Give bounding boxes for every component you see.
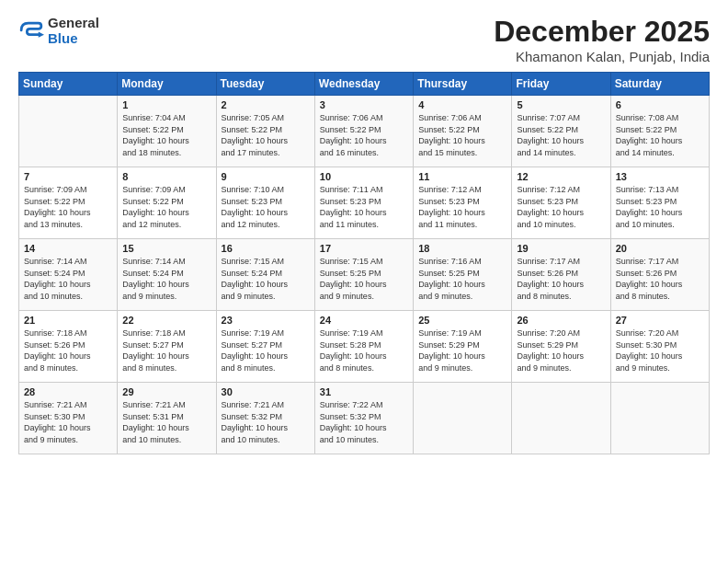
day-info: Sunrise: 7:12 AMSunset: 5:23 PMDaylight:… [418,184,506,230]
day-number: 15 [122,243,210,254]
cell-w1-d5: 12Sunrise: 7:12 AMSunset: 5:23 PMDayligh… [512,167,610,239]
day-info: Sunrise: 7:06 AMSunset: 5:22 PMDaylight:… [418,112,506,158]
day-number: 27 [616,315,704,326]
main-title: December 2025 [494,15,710,49]
day-info: Sunrise: 7:14 AMSunset: 5:24 PMDaylight:… [24,256,112,302]
day-number: 30 [222,386,310,397]
cell-w3-d4: 25Sunrise: 7:19 AMSunset: 5:29 PMDayligh… [414,311,512,383]
day-info: Sunrise: 7:21 AMSunset: 5:31 PMDaylight:… [122,399,210,445]
day-number: 5 [517,99,605,110]
header-row: Sunday Monday Tuesday Wednesday Thursday… [19,73,710,96]
day-info: Sunrise: 7:20 AMSunset: 5:29 PMDaylight:… [517,327,605,373]
cell-w2-d3: 17Sunrise: 7:15 AMSunset: 5:25 PMDayligh… [314,239,413,311]
cell-w3-d0: 21Sunrise: 7:18 AMSunset: 5:26 PMDayligh… [19,311,118,383]
cell-w0-d0 [19,96,118,167]
day-info: Sunrise: 7:15 AMSunset: 5:24 PMDaylight:… [222,256,310,302]
cell-w3-d3: 24Sunrise: 7:19 AMSunset: 5:28 PMDayligh… [314,311,413,383]
cell-w3-d2: 23Sunrise: 7:19 AMSunset: 5:27 PMDayligh… [216,311,314,383]
day-info: Sunrise: 7:16 AMSunset: 5:25 PMDaylight:… [418,256,506,302]
cell-w2-d4: 18Sunrise: 7:16 AMSunset: 5:25 PMDayligh… [414,239,512,311]
day-number: 28 [24,386,112,397]
day-number: 21 [24,315,112,326]
calendar-table: Sunday Monday Tuesday Wednesday Thursday… [18,72,710,454]
day-number: 12 [517,171,605,182]
subtitle: Khamanon Kalan, Punjab, India [494,49,710,64]
day-number: 25 [418,315,506,326]
day-number: 18 [418,243,506,254]
cell-w1-d6: 13Sunrise: 7:13 AMSunset: 5:23 PMDayligh… [610,167,709,239]
day-info: Sunrise: 7:09 AMSunset: 5:22 PMDaylight:… [24,184,112,230]
day-info: Sunrise: 7:19 AMSunset: 5:27 PMDaylight:… [222,327,310,373]
day-number: 22 [122,315,210,326]
week-row-0: 1Sunrise: 7:04 AMSunset: 5:22 PMDaylight… [19,96,710,167]
day-number: 19 [517,243,605,254]
day-number: 16 [222,243,310,254]
day-number: 26 [517,315,605,326]
day-info: Sunrise: 7:14 AMSunset: 5:24 PMDaylight:… [122,256,210,302]
cell-w1-d2: 9Sunrise: 7:10 AMSunset: 5:23 PMDaylight… [216,167,314,239]
week-row-1: 7Sunrise: 7:09 AMSunset: 5:22 PMDaylight… [19,167,710,239]
cell-w4-d3: 31Sunrise: 7:22 AMSunset: 5:32 PMDayligh… [314,383,413,454]
day-info: Sunrise: 7:10 AMSunset: 5:23 PMDaylight:… [222,184,310,230]
day-number: 2 [222,99,310,110]
cell-w2-d6: 20Sunrise: 7:17 AMSunset: 5:26 PMDayligh… [610,239,709,311]
col-wednesday: Wednesday [314,73,413,96]
day-info: Sunrise: 7:19 AMSunset: 5:28 PMDaylight:… [320,327,408,373]
cell-w0-d1: 1Sunrise: 7:04 AMSunset: 5:22 PMDaylight… [118,96,216,167]
day-number: 1 [122,99,210,110]
day-number: 24 [320,315,408,326]
day-info: Sunrise: 7:09 AMSunset: 5:22 PMDaylight:… [122,184,210,230]
calendar-header: Sunday Monday Tuesday Wednesday Thursday… [19,73,710,96]
logo-text: General Blue [48,15,99,46]
cell-w1-d3: 10Sunrise: 7:11 AMSunset: 5:23 PMDayligh… [314,167,413,239]
day-info: Sunrise: 7:18 AMSunset: 5:27 PMDaylight:… [122,327,210,373]
cell-w2-d0: 14Sunrise: 7:14 AMSunset: 5:24 PMDayligh… [19,239,118,311]
day-number: 14 [24,243,112,254]
day-number: 17 [320,243,408,254]
day-number: 7 [24,171,112,182]
day-info: Sunrise: 7:13 AMSunset: 5:23 PMDaylight:… [616,184,704,230]
cell-w2-d2: 16Sunrise: 7:15 AMSunset: 5:24 PMDayligh… [216,239,314,311]
col-thursday: Thursday [414,73,512,96]
calendar-body: 1Sunrise: 7:04 AMSunset: 5:22 PMDaylight… [19,96,710,454]
cell-w0-d2: 2Sunrise: 7:05 AMSunset: 5:22 PMDaylight… [216,96,314,167]
week-row-3: 21Sunrise: 7:18 AMSunset: 5:26 PMDayligh… [19,311,710,383]
cell-w1-d4: 11Sunrise: 7:12 AMSunset: 5:23 PMDayligh… [414,167,512,239]
day-number: 9 [222,171,310,182]
week-row-4: 28Sunrise: 7:21 AMSunset: 5:30 PMDayligh… [19,383,710,454]
day-info: Sunrise: 7:07 AMSunset: 5:22 PMDaylight:… [517,112,605,158]
day-info: Sunrise: 7:08 AMSunset: 5:22 PMDaylight:… [616,112,704,158]
day-info: Sunrise: 7:04 AMSunset: 5:22 PMDaylight:… [122,112,210,158]
cell-w4-d0: 28Sunrise: 7:21 AMSunset: 5:30 PMDayligh… [19,383,118,454]
day-number: 23 [222,315,310,326]
day-info: Sunrise: 7:17 AMSunset: 5:26 PMDaylight:… [517,256,605,302]
logo-icon [18,17,44,43]
day-info: Sunrise: 7:21 AMSunset: 5:32 PMDaylight:… [222,399,310,445]
day-number: 20 [616,243,704,254]
col-sunday: Sunday [19,73,118,96]
day-info: Sunrise: 7:19 AMSunset: 5:29 PMDaylight:… [418,327,506,373]
day-info: Sunrise: 7:06 AMSunset: 5:22 PMDaylight:… [320,112,408,158]
cell-w3-d1: 22Sunrise: 7:18 AMSunset: 5:27 PMDayligh… [118,311,216,383]
day-info: Sunrise: 7:22 AMSunset: 5:32 PMDaylight:… [320,399,408,445]
day-info: Sunrise: 7:15 AMSunset: 5:25 PMDaylight:… [320,256,408,302]
cell-w4-d2: 30Sunrise: 7:21 AMSunset: 5:32 PMDayligh… [216,383,314,454]
cell-w4-d1: 29Sunrise: 7:21 AMSunset: 5:31 PMDayligh… [118,383,216,454]
cell-w0-d6: 6Sunrise: 7:08 AMSunset: 5:22 PMDaylight… [610,96,709,167]
day-number: 31 [320,386,408,397]
cell-w4-d5 [512,383,610,454]
cell-w3-d5: 26Sunrise: 7:20 AMSunset: 5:29 PMDayligh… [512,311,610,383]
col-saturday: Saturday [610,73,709,96]
week-row-2: 14Sunrise: 7:14 AMSunset: 5:24 PMDayligh… [19,239,710,311]
col-monday: Monday [118,73,216,96]
day-number: 4 [418,99,506,110]
cell-w1-d0: 7Sunrise: 7:09 AMSunset: 5:22 PMDaylight… [19,167,118,239]
day-info: Sunrise: 7:12 AMSunset: 5:23 PMDaylight:… [517,184,605,230]
day-number: 8 [122,171,210,182]
page: General Blue December 2025 Khamanon Kala… [0,0,728,563]
cell-w4-d6 [610,383,709,454]
logo: General Blue [18,15,99,46]
header: General Blue December 2025 Khamanon Kala… [18,15,710,64]
day-number: 13 [616,171,704,182]
cell-w0-d3: 3Sunrise: 7:06 AMSunset: 5:22 PMDaylight… [314,96,413,167]
